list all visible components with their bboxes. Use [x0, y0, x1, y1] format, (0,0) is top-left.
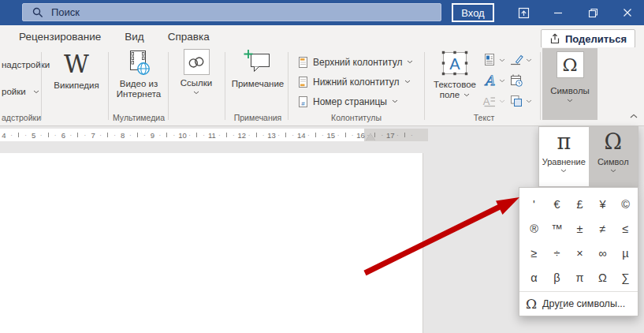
ruler-unit: 5·· [30, 129, 60, 141]
ruler-unit: 8·· [119, 129, 149, 141]
drop-cap-icon: A [482, 94, 497, 108]
header-footer-list: Верхний колонтитулНижний колонтитул#Номе… [298, 52, 413, 111]
title-bar: Поиск Вход [0, 0, 644, 25]
footer-button[interactable]: Нижний колонтитул [298, 72, 413, 92]
symbol-cell[interactable]: ≠ [591, 216, 614, 241]
wikipedia-label: Википедия [54, 80, 99, 91]
wordart-button[interactable]: A [482, 70, 505, 91]
page-number-button[interactable]: #Номер страницы [298, 92, 413, 111]
chevron-down-icon [499, 58, 505, 62]
symbol-cell[interactable]: × [568, 241, 591, 265]
symbol-cell[interactable]: ≤ [614, 216, 637, 241]
ruler-unit: 7·· [89, 129, 119, 141]
chevron-up-icon [630, 114, 638, 118]
symbol-cell[interactable]: ® [523, 216, 545, 241]
close-button[interactable] [610, 0, 644, 25]
symbols-label: Символы [550, 86, 590, 95]
symbol-cell[interactable]: £ [568, 192, 591, 216]
omega-icon: Ω [605, 129, 622, 155]
more-symbols-button[interactable]: Ω Другие символы... [519, 291, 638, 316]
footer-icon [298, 76, 308, 88]
links-label: Ссылки [181, 78, 213, 88]
chevron-down-icon [610, 169, 616, 173]
tab[interactable]: Рецензирование [19, 31, 101, 43]
ruler-unit: 12·· [238, 129, 268, 141]
wikipedia-button[interactable]: W Википедия [46, 49, 107, 91]
sign-in-button[interactable]: Вход [452, 3, 494, 22]
ruler-unit: 6·· [59, 129, 89, 141]
symbol-cell[interactable]: β [545, 265, 568, 290]
text-box-icon: A [439, 49, 471, 78]
symbol-cell[interactable]: ± [568, 216, 591, 241]
close-icon [623, 8, 632, 17]
symbol-button[interactable]: Ω Символ [589, 127, 638, 186]
share-label: Поделиться [565, 33, 627, 45]
symbol-cell[interactable]: ÷ [545, 241, 568, 265]
symbol-cell[interactable]: ™ [545, 216, 568, 241]
group-label-media: Мультимедиа [110, 113, 167, 122]
header-icon [298, 56, 308, 69]
chevron-down-icon [567, 99, 573, 103]
ribbon-display-options-icon [518, 7, 530, 19]
tab[interactable]: Вид [125, 31, 143, 43]
quick-parts-icon [482, 53, 497, 67]
symbol-cell[interactable]: ¥ [591, 192, 614, 216]
online-video-label-2: Интернета [117, 89, 161, 99]
equation-button[interactable]: π Уравнение [539, 127, 589, 186]
ruler-unit: 9·· [148, 129, 178, 141]
restore-button[interactable] [575, 0, 610, 25]
minimize-icon [553, 8, 563, 17]
header-button[interactable]: Верхний колонтитул [298, 52, 413, 72]
date-time-button[interactable] [509, 70, 532, 91]
wordart-icon: A [482, 73, 497, 88]
text-box-label-2: поле [440, 90, 470, 100]
minimize-button[interactable] [541, 0, 575, 25]
ribbon-display-options-button[interactable] [506, 0, 541, 25]
symbol-label: Символ [597, 157, 629, 166]
symbol-cell[interactable]: ' [523, 192, 545, 216]
chevron-down-icon [526, 99, 532, 103]
symbol-cell[interactable]: ≥ [523, 241, 545, 265]
symbol-cell[interactable]: ∞ [591, 241, 614, 265]
symbol-cell[interactable]: Ω [591, 265, 614, 290]
ruler-unit: 11·· [208, 129, 238, 141]
my-addins-button[interactable]: ройки [2, 87, 39, 96]
document-page[interactable] [0, 153, 423, 333]
online-video-button[interactable]: Видео из Интернета [110, 49, 167, 99]
comment-label: Примечание [232, 79, 285, 89]
text-box-button[interactable]: A Текстовое поле [429, 49, 481, 100]
online-video-label-1: Видео из [120, 79, 158, 89]
more-symbols-label: Другие символы... [542, 298, 625, 309]
quick-parts-button[interactable] [482, 50, 505, 70]
chevron-down-icon [193, 91, 199, 95]
symbol-cell[interactable]: ∑ [614, 265, 637, 290]
right-indent-marker[interactable] [366, 133, 375, 140]
symbol-cell[interactable]: © [614, 192, 637, 216]
collapse-ribbon-button[interactable] [627, 110, 640, 122]
online-video-icon [126, 49, 151, 77]
chevron-down-icon [526, 58, 532, 62]
search-input[interactable]: Поиск [22, 3, 441, 21]
svg-text:A: A [484, 73, 495, 88]
restore-icon [588, 8, 598, 18]
symbol-cell[interactable]: € [545, 192, 568, 216]
signature-line-button[interactable] [509, 50, 532, 70]
object-button[interactable] [509, 91, 532, 111]
get-addins-button[interactable]: надстройки [2, 60, 50, 69]
symbols-button[interactable]: Ω Символы [542, 48, 597, 120]
tab[interactable]: Справка [168, 31, 210, 43]
header-button-label: Верхний колонтитул [313, 57, 402, 68]
symbol-cell[interactable]: µ [614, 241, 637, 265]
share-button[interactable]: Поделиться [541, 29, 635, 48]
object-icon [509, 94, 523, 108]
drop-cap-button[interactable]: A [482, 91, 505, 111]
symbol-cell[interactable]: π [568, 265, 591, 290]
symbol-cell[interactable]: α [523, 265, 545, 290]
links-button[interactable]: Ссылки [170, 49, 222, 95]
footer-button-label: Нижний колонтитул [313, 77, 400, 88]
comment-button[interactable]: Примечание [229, 49, 287, 89]
chevron-down-icon [560, 169, 567, 173]
symbol-grid: '€£¥©®™±≠≤≥÷×∞µαβπΩ∑ [519, 188, 638, 290]
chevron-down-icon [404, 80, 411, 84]
my-addins-label: ройки [2, 87, 26, 96]
